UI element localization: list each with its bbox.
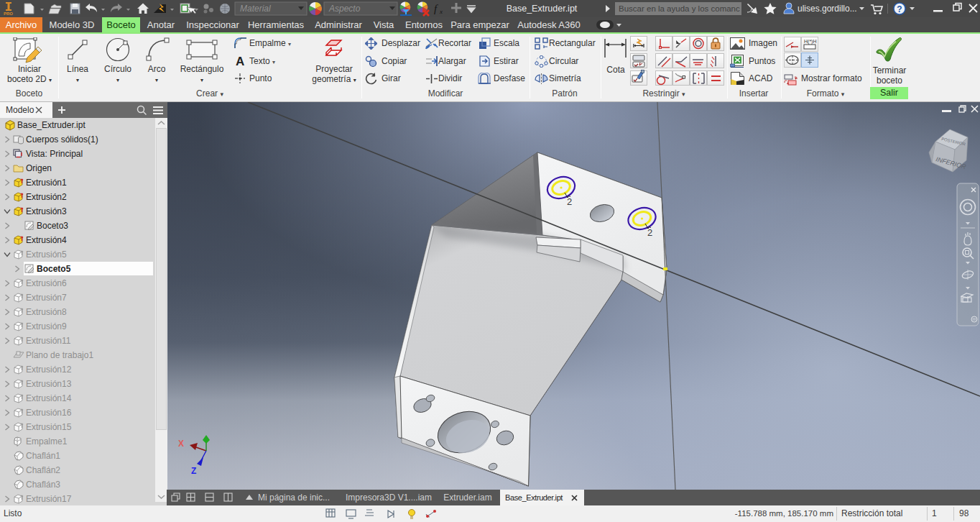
svg-text:Aspecto: Aspecto (328, 4, 361, 14)
svg-text:ulises.gordillo...: ulises.gordillo... (798, 4, 857, 14)
svg-text:x: x (439, 8, 443, 15)
svg-text:Buscar en la ayuda y los coman: Buscar en la ayuda y los comanc (619, 4, 740, 13)
svg-text:A: A (236, 55, 244, 68)
svg-text:PRO: PRO (4, 12, 13, 16)
svg-text:f: f (434, 3, 438, 14)
svg-text:X: X (178, 439, 184, 449)
svg-text:Base_Extruder.ipt: Base_Extruder.ipt (507, 4, 578, 14)
svg-text:Z: Z (191, 466, 196, 476)
svg-text:H(*)H: H(*)H (804, 39, 817, 45)
svg-text:?: ? (897, 4, 902, 14)
svg-text:Material: Material (240, 4, 271, 14)
